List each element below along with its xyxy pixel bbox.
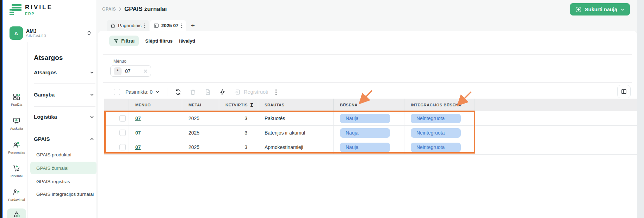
menu-group-atsargos[interactable]: Atsargos <box>34 69 94 75</box>
tab-2025-07[interactable]: 2025 07 <box>150 20 186 31</box>
menu-group-label: Atsargos <box>34 69 57 75</box>
home-icon <box>110 23 116 28</box>
col-header-menuo[interactable]: MĖNUO <box>129 99 182 111</box>
tab-label: Pagrindinis <box>118 23 142 28</box>
menu-group-label: GPAIS <box>34 136 50 142</box>
user-switcher[interactable]: A AMJ SINGVAI13 <box>10 26 91 40</box>
dashboard-icon <box>13 93 20 101</box>
toolbar-kebab-icon[interactable] <box>275 89 277 95</box>
rail-item-personalas[interactable]: Personalas <box>7 139 26 156</box>
kebab-icon[interactable] <box>181 23 182 28</box>
table-row[interactable]: 07 2025 3 Apmokestinamieji Nauja Neinteg… <box>104 140 637 155</box>
cell-metai: 2025 <box>182 111 219 125</box>
register-tray-icon <box>234 89 241 95</box>
cell-srautas: Pakuotės <box>258 111 334 125</box>
divider <box>103 82 632 83</box>
cell-filler <box>475 111 637 125</box>
row-checkbox[interactable] <box>119 115 126 122</box>
refresh-icon[interactable] <box>175 89 181 95</box>
user-name: AMJ <box>26 28 46 34</box>
add-tab-button[interactable]: + <box>187 20 199 31</box>
breadcrumb-section[interactable]: GPAIS <box>102 7 116 12</box>
rail-item-atsargos[interactable]: Atsargos <box>7 208 26 218</box>
lightning-icon[interactable] <box>219 89 226 95</box>
rail-label: Pardavimai <box>8 198 25 201</box>
column-settings-button[interactable] <box>617 85 631 98</box>
chevron-down-icon[interactable] <box>155 90 160 94</box>
breadcrumb: GPAIS GPAIS žurnalai <box>102 6 167 13</box>
chevron-right-icon <box>119 7 122 11</box>
shapes-icon <box>13 211 20 218</box>
rail-item-pradzia[interactable]: Pradžia <box>7 91 26 108</box>
wildcard-chip[interactable]: * <box>114 67 122 75</box>
month-link[interactable]: 07 <box>135 144 141 150</box>
rail-item-pirkimai[interactable]: Pirkimai <box>7 162 26 180</box>
col-header-metai[interactable]: METAI <box>182 99 219 111</box>
filters-row: Filtrai Slėpti filtrus Išvalyti <box>109 36 195 46</box>
menu-item-gpais-registras[interactable]: GPAIS registras <box>36 179 70 184</box>
chevron-down-icon <box>90 115 94 119</box>
status-badge: Nauja <box>340 114 390 123</box>
col-header-integracijos-busena[interactable]: INTEGRACIJOS BŪSENA <box>404 99 475 111</box>
rivile-logo-icon <box>10 4 21 15</box>
chevron-down-icon <box>90 93 94 97</box>
menu-group-logistika[interactable]: Logistika <box>34 114 94 120</box>
col-header-busena[interactable]: BŪSENA <box>334 99 404 111</box>
row-checkbox[interactable] <box>119 130 126 136</box>
register-action: Registruoti <box>234 89 268 95</box>
scrollbar[interactable] <box>637 0 644 218</box>
user-company: SINGVAI13 <box>26 34 46 38</box>
brand-name: RIVILE <box>25 4 53 10</box>
table-row[interactable]: 07 2025 3 Pakuotės Nauja Neintegruota <box>104 111 637 126</box>
menu-group-gamyba[interactable]: Gamyba <box>34 92 94 98</box>
row-checkbox[interactable] <box>119 144 126 150</box>
app-logo[interactable]: RIVILE ERP <box>10 4 53 16</box>
divider <box>103 54 632 55</box>
menu-item-gpais-zurnalai[interactable]: GPAIS žurnalai <box>30 162 97 174</box>
kebab-icon[interactable] <box>144 23 145 28</box>
sales-icon <box>13 188 20 196</box>
cart-icon <box>13 164 20 172</box>
desktop-edge <box>0 0 3 218</box>
rail-item-apskaita[interactable]: Apskaita <box>7 115 26 132</box>
sum-icon[interactable]: Σ <box>250 102 254 108</box>
tab-pagrindinis[interactable]: Pagrindinis <box>107 20 149 31</box>
module-menu: Atsargos Atsargos Gamyba Logistika GPAIS… <box>27 42 99 218</box>
create-new-button[interactable]: Sukurti naują <box>570 3 630 15</box>
menu-item-gpais-integracijos[interactable]: GPAIS integracijos žurnalai <box>36 192 94 197</box>
col-header-ketvirtis[interactable]: KETVIRTISΣ <box>219 99 258 111</box>
brand-sub: ERP <box>25 12 53 16</box>
rail-item-pardavimai[interactable]: Pardavimai <box>7 186 26 204</box>
month-link[interactable]: 07 <box>135 130 141 136</box>
filters-button[interactable]: Filtrai <box>109 36 139 46</box>
create-new-label: Sukurti naują <box>585 7 617 12</box>
menu-group-gpais[interactable]: GPAIS <box>34 136 94 142</box>
chevron-up-icon <box>90 137 94 141</box>
cell-filler <box>475 126 637 140</box>
clear-filters-link[interactable]: Išvalyti <box>179 38 195 44</box>
menu-item-gpais-produktai[interactable]: GPAIS produktai <box>36 152 72 157</box>
trash-icon <box>190 89 196 95</box>
month-filter-input[interactable]: * 07 <box>110 65 151 77</box>
hide-filters-link[interactable]: Slėpti filtrus <box>145 38 173 44</box>
col-header-srautas[interactable]: SRAUTAS <box>258 99 334 111</box>
month-link[interactable]: 07 <box>135 116 141 121</box>
menu-heading: Atsargos <box>34 54 63 62</box>
table-view-icon <box>154 23 159 28</box>
app-window: RIVILE ERP A AMJ SINGVAI13 Pradžia Aps <box>0 0 644 218</box>
status-badge: Nauja <box>340 143 390 152</box>
funnel-icon <box>113 38 119 44</box>
rail-label: Apskaita <box>10 126 23 130</box>
avatar: A <box>10 26 23 40</box>
table-row[interactable]: 07 2025 3 Baterijos ir akumul Nauja Nein… <box>104 126 637 140</box>
cell-filler <box>475 140 637 154</box>
rail-label: Pradžia <box>11 102 22 106</box>
header-checkbox-spacer <box>104 99 129 111</box>
month-filter-label: Mėnuo <box>113 59 126 64</box>
module-rail: Pradžia Apskaita Personalas Pirkimai Par… <box>6 42 27 218</box>
chevron-down-icon <box>620 7 625 12</box>
chevron-down-icon <box>90 70 94 75</box>
cell-metai: 2025 <box>182 126 219 140</box>
select-all-checkbox[interactable] <box>114 89 120 95</box>
clear-value-icon[interactable] <box>143 69 148 73</box>
